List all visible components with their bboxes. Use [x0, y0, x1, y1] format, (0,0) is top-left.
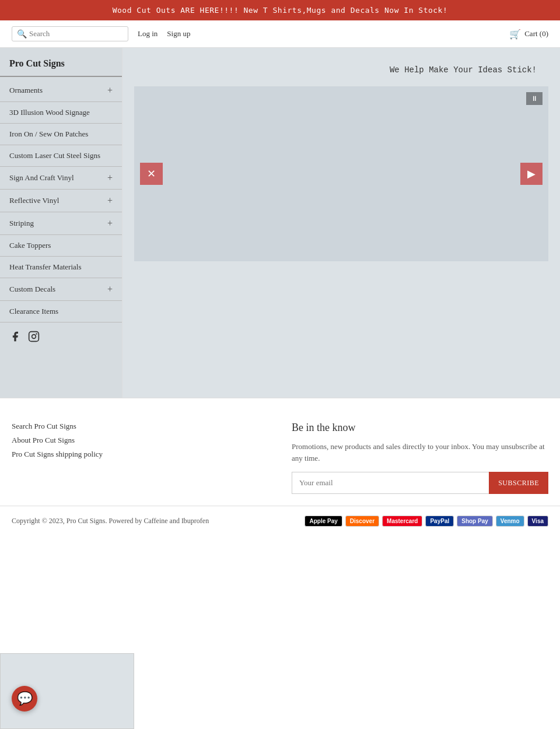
sidebar-item-label: Heat Transfer Materials	[9, 262, 81, 272]
instagram-link[interactable]	[28, 331, 40, 345]
copyright-text: Copyright © 2023, Pro Cut Signs. Powered…	[12, 517, 209, 525]
slide-next-button[interactable]: ▶	[520, 163, 542, 185]
cart-icon: 🛒	[509, 29, 521, 40]
sidebar-item-label: Custom Decals	[9, 285, 55, 294]
slideshow: ✕ ⏸ ▶	[134, 86, 548, 261]
sidebar-item-cake-toppers[interactable]: Cake Toppers	[0, 235, 122, 257]
sidebar-item-plus-icon: +	[107, 195, 113, 206]
sidebar-item-clearance[interactable]: Clearance Items	[0, 301, 122, 323]
newsletter-description: Promotions, new products and sales direc…	[292, 441, 548, 464]
sidebar-item-laser-cut-signs[interactable]: Custom Laser Cut Steel Signs	[0, 145, 122, 167]
payment-icon-visa: Visa	[527, 516, 548, 527]
sidebar-item-label: Striping	[9, 219, 34, 228]
main-content: We Help Make Your Ideas Stick! ✕ ⏸ ▶	[123, 48, 560, 398]
main-layout: Pro Cut Signs Ornaments +3D Illusion Woo…	[0, 48, 560, 398]
sidebar-item-label: Cake Toppers	[9, 241, 51, 250]
search-icon-button[interactable]: 🔍	[17, 29, 29, 38]
sidebar-item-label: Ornaments	[9, 86, 43, 95]
cart-link[interactable]: 🛒 Cart (0)	[509, 29, 548, 40]
sidebar-item-plus-icon: +	[107, 218, 113, 229]
sidebar-item-label: Reflective Vinyl	[9, 196, 59, 205]
footer-top: Search Pro Cut SignsAbout Pro Cut SignsP…	[0, 398, 560, 506]
sidebar-item-label: Custom Laser Cut Steel Signs	[9, 151, 100, 160]
search-input[interactable]	[29, 29, 123, 38]
slide-pause-button[interactable]: ⏸	[526, 92, 542, 105]
footer-links: Search Pro Cut SignsAbout Pro Cut SignsP…	[12, 422, 268, 494]
sidebar-item-3d-illusion[interactable]: 3D Illusion Wood Signage	[0, 102, 122, 124]
payment-icon-shoppay: Shop Pay	[457, 516, 493, 527]
search-form: 🔍	[12, 26, 128, 41]
sidebar-item-label: 3D Illusion Wood Signage	[9, 108, 90, 117]
sidebar-item-reflective-vinyl[interactable]: Reflective Vinyl +	[0, 190, 122, 212]
newsletter-email-input[interactable]	[292, 472, 489, 494]
svg-point-2	[36, 334, 37, 334]
footer-link-search-link[interactable]: Search Pro Cut Signs	[12, 422, 268, 431]
sidebar: Pro Cut Signs Ornaments +3D Illusion Woo…	[0, 48, 123, 398]
sidebar-item-plus-icon: +	[107, 173, 113, 183]
sidebar-item-heat-transfer[interactable]: Heat Transfer Materials	[0, 257, 122, 278]
sidebar-item-label: Clearance Items	[9, 307, 58, 316]
sidebar-item-sign-craft-vinyl[interactable]: Sign And Craft Vinyl +	[0, 167, 122, 190]
facebook-link[interactable]	[9, 331, 21, 345]
payment-icon-applepay: Apple Pay	[304, 516, 342, 527]
payment-icon-discover: Discover	[345, 516, 379, 527]
payment-icons: Apple PayDiscoverMastercardPayPalShop Pa…	[304, 516, 548, 527]
slide-prev-button[interactable]: ✕	[140, 163, 163, 185]
sidebar-brand: Pro Cut Signs	[0, 54, 122, 77]
sidebar-item-custom-decals[interactable]: Custom Decals +	[0, 278, 122, 301]
sidebar-item-striping[interactable]: Striping +	[0, 212, 122, 235]
main-tagline: We Help Make Your Ideas Stick!	[134, 59, 548, 80]
subscribe-button[interactable]: SUBSCRIBE	[489, 472, 548, 494]
newsletter-heading: Be in the know	[292, 422, 548, 434]
login-link[interactable]: Log in	[138, 29, 158, 38]
top-banner: Wood Cut Outs ARE HERE!!!! New T Shirts,…	[0, 0, 560, 20]
header-auth: Log in Sign up	[138, 29, 190, 38]
sidebar-item-plus-icon: +	[107, 85, 113, 96]
payment-icon-venmo: Venmo	[496, 516, 524, 527]
newsletter-form: SUBSCRIBE	[292, 472, 548, 494]
sidebar-item-label: Sign And Craft Vinyl	[9, 173, 74, 183]
cart-label: Cart (0)	[524, 29, 548, 38]
sidebar-item-ornaments[interactable]: Ornaments +	[0, 79, 122, 102]
footer-newsletter: Be in the know Promotions, new products …	[292, 422, 548, 494]
footer-link-about-link[interactable]: About Pro Cut Signs	[12, 436, 268, 445]
signup-link[interactable]: Sign up	[167, 29, 190, 38]
footer-link-shipping-link[interactable]: Pro Cut Signs shipping policy	[12, 450, 268, 459]
banner-text: Wood Cut Outs ARE HERE!!!! New T Shirts,…	[113, 6, 448, 15]
footer-bottom: Copyright © 2023, Pro Cut Signs. Powered…	[0, 506, 560, 536]
sidebar-nav: Ornaments +3D Illusion Wood Signage Iron…	[0, 79, 122, 323]
sidebar-item-iron-on-patches[interactable]: Iron On / Sew On Patches	[0, 124, 122, 145]
sidebar-item-label: Iron On / Sew On Patches	[9, 129, 88, 139]
header: 🔍 Log in Sign up 🛒 Cart (0)	[0, 20, 560, 48]
payment-icon-paypal: PayPal	[425, 516, 454, 527]
payment-icon-mastercard: Mastercard	[382, 516, 422, 527]
svg-rect-0	[29, 332, 39, 342]
sidebar-item-plus-icon: +	[107, 284, 113, 295]
svg-point-1	[32, 335, 36, 339]
sidebar-social	[0, 323, 122, 353]
